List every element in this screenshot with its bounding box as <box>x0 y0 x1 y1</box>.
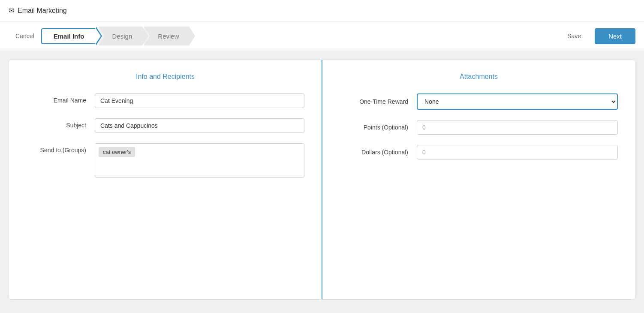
subject-input[interactable] <box>95 118 304 133</box>
points-row: Points (Optional) <box>340 120 618 135</box>
subject-row: Subject <box>26 118 304 133</box>
email-name-input[interactable] <box>95 93 304 108</box>
step-review-label: Review <box>144 27 189 45</box>
top-bar: ✉ Email Marketing <box>0 0 644 21</box>
envelope-icon: ✉ <box>9 6 14 15</box>
dollars-row: Dollars (Optional) <box>340 145 618 160</box>
dollars-label: Dollars (Optional) <box>340 149 417 156</box>
cancel-button[interactable]: Cancel <box>9 29 41 43</box>
group-tag: cat owner's <box>99 147 135 157</box>
steps: Email Info Design Review <box>41 27 190 45</box>
email-name-label: Email Name <box>26 93 95 104</box>
left-panel-title: Info and Recipients <box>26 73 304 81</box>
next-button[interactable]: Next <box>595 28 635 44</box>
step-design-label: Design <box>99 27 143 45</box>
page-title-text: Email Marketing <box>18 7 67 15</box>
one-time-reward-select[interactable]: None Reward 1 Reward 2 <box>417 93 618 110</box>
step-design[interactable]: Design <box>99 27 143 45</box>
right-panel: Attachments One-Time Reward None Reward … <box>322 60 635 299</box>
send-to-row: Send to (Groups) cat owner's <box>26 143 304 178</box>
groups-box[interactable]: cat owner's <box>95 143 304 178</box>
step-email-info-label: Email Info <box>41 28 97 44</box>
subject-label: Subject <box>26 118 95 129</box>
nav-right: Save Next <box>560 28 635 44</box>
dollars-input[interactable] <box>417 145 618 160</box>
form-card: Info and Recipients Email Name Subject S… <box>9 60 635 300</box>
step-email-info[interactable]: Email Info <box>41 28 97 44</box>
content-area: Info and Recipients Email Name Subject S… <box>0 51 644 308</box>
nav-left: Cancel Email Info Design Review <box>9 27 189 45</box>
step-review[interactable]: Review <box>144 27 189 45</box>
left-panel: Info and Recipients Email Name Subject S… <box>9 60 322 299</box>
points-label: Points (Optional) <box>340 124 417 131</box>
points-input[interactable] <box>417 120 618 135</box>
one-time-reward-label: One-Time Reward <box>340 98 417 105</box>
right-panel-title: Attachments <box>340 73 618 81</box>
one-time-reward-row: One-Time Reward None Reward 1 Reward 2 <box>340 93 618 110</box>
email-name-row: Email Name <box>26 93 304 108</box>
nav-bar: Cancel Email Info Design Review Save Nex… <box>0 21 644 51</box>
send-to-label: Send to (Groups) <box>26 143 95 153</box>
page-title: ✉ Email Marketing <box>9 6 67 15</box>
save-button[interactable]: Save <box>560 29 588 43</box>
